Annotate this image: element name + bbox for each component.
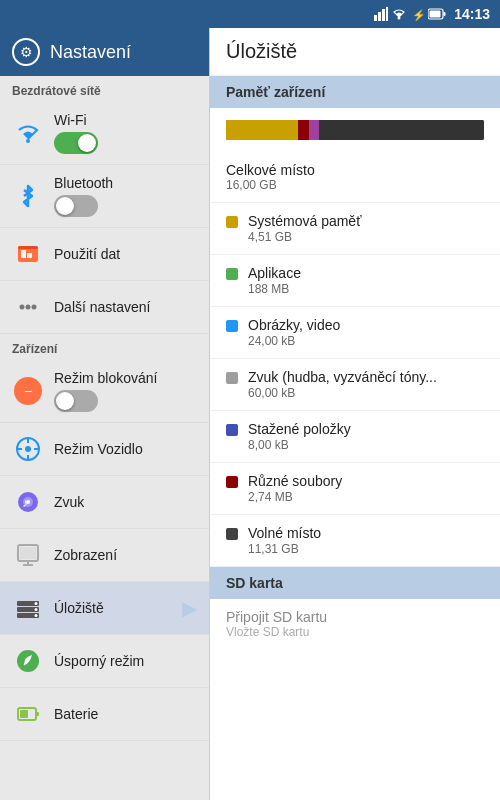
storage-size-system: 4,51 GB [248, 230, 484, 244]
sidebar-item-battery[interactable]: Baterie [0, 688, 209, 741]
total-space-item: Celkové místo 16,00 GB [210, 152, 500, 203]
storage-size-photos: 24,00 kB [248, 334, 484, 348]
svg-point-15 [26, 305, 31, 310]
more-settings-icon [12, 291, 44, 323]
storage-item-photos[interactable]: Obrázky, video 24,00 kB [210, 307, 500, 359]
sd-card-connect[interactable]: Připojit SD kartu Vložte SD kartu [210, 599, 500, 649]
signal-icon [374, 7, 388, 21]
storage-item-free[interactable]: Volné místo 11,31 GB [210, 515, 500, 567]
storage-item-system[interactable]: Systémová paměť 4,51 GB [210, 203, 500, 255]
storage-label: Úložiště [54, 600, 172, 616]
storage-bar-apps [298, 120, 308, 140]
storage-item-downloads[interactable]: Stažené položky 8,00 kB [210, 411, 500, 463]
svg-rect-0 [374, 15, 377, 21]
data-usage-icon [12, 238, 44, 270]
sd-card-header: SD karta [210, 567, 500, 599]
svg-rect-3 [386, 7, 388, 21]
sidebar-section-wireless: Bezdrátové sítě [0, 76, 209, 102]
sidebar-active-arrow: ▶ [182, 596, 197, 620]
sidebar-item-more-settings[interactable]: Další nastavení [0, 281, 209, 334]
status-icons: ⚡ [374, 7, 446, 21]
storage-name-misc: Různé soubory [248, 473, 484, 489]
wifi-toggle[interactable] [54, 132, 98, 154]
eco-content: Úsporný režim [54, 653, 197, 669]
data-usage-label: Použití dat [54, 246, 197, 262]
sd-insert-label: Vložte SD kartu [226, 625, 484, 639]
sidebar-item-driving-mode[interactable]: Režim Vozidlo [0, 423, 209, 476]
storage-info-audio: Zvuk (hudba, vyzváněcí tóny... 60,00 kB [248, 369, 484, 400]
svg-point-4 [398, 17, 401, 20]
storage-item-misc[interactable]: Různé soubory 2,74 MB [210, 463, 500, 515]
block-mode-content: Režim blokování [54, 370, 197, 412]
storage-item-audio[interactable]: Zvuk (hudba, vyzváněcí tóny... 60,00 kB [210, 359, 500, 411]
storage-name-free: Volné místo [248, 525, 484, 541]
svg-text:♪: ♪ [22, 496, 28, 510]
storage-content: Úložiště [54, 600, 172, 616]
bluetooth-item-content: Bluetooth [54, 175, 197, 217]
storage-icon [12, 592, 44, 624]
storage-info-system: Systémová paměť 4,51 GB [248, 213, 484, 244]
sidebar-item-storage[interactable]: Úložiště ▶ [0, 582, 209, 635]
storage-name-photos: Obrázky, video [248, 317, 484, 333]
storage-name-audio: Zvuk (hudba, vyzváněcí tóny... [248, 369, 484, 385]
block-mode-label: Režim blokování [54, 370, 197, 386]
block-mode-toggle[interactable] [54, 390, 98, 412]
storage-item-apps[interactable]: Aplikace 188 MB [210, 255, 500, 307]
wifi-toggle-knob [78, 134, 96, 152]
sidebar-item-display[interactable]: Zobrazení [0, 529, 209, 582]
block-mode-toggle-area [54, 390, 197, 412]
storage-dot-free [226, 528, 238, 540]
storage-name-downloads: Stažené položky [248, 421, 484, 437]
sidebar-item-bluetooth[interactable]: Bluetooth [0, 165, 209, 228]
wifi-label: Wi-Fi [54, 112, 197, 128]
svg-point-16 [32, 305, 37, 310]
total-space-value: 16,00 GB [226, 178, 484, 192]
battery-status-icon [428, 8, 446, 20]
bluetooth-toggle[interactable] [54, 195, 98, 217]
more-settings-label: Další nastavení [54, 299, 197, 315]
storage-info-photos: Obrázky, video 24,00 kB [248, 317, 484, 348]
eco-label: Úsporný režim [54, 653, 197, 669]
wifi-status-icon [392, 7, 406, 21]
storage-info-apps: Aplikace 188 MB [248, 265, 484, 296]
storage-dot-misc [226, 476, 238, 488]
sidebar-item-eco[interactable]: Úsporný režim [0, 635, 209, 688]
display-label: Zobrazení [54, 547, 197, 563]
wifi-toggle-area [54, 132, 197, 154]
svg-point-14 [20, 305, 25, 310]
sidebar-item-block-mode[interactable]: − Režim blokování [0, 360, 209, 423]
bluetooth-icon [12, 180, 44, 212]
total-space-label: Celkové místo [226, 162, 484, 178]
battery-icon [12, 698, 44, 730]
bluetooth-toggle-knob [56, 197, 74, 215]
svg-rect-11 [21, 250, 26, 258]
display-content: Zobrazení [54, 547, 197, 563]
display-icon [12, 539, 44, 571]
storage-dot-audio [226, 372, 238, 384]
storage-info-misc: Různé soubory 2,74 MB [248, 473, 484, 504]
wifi-icon [12, 117, 44, 149]
storage-dot-downloads [226, 424, 238, 436]
storage-dot-system [226, 216, 238, 228]
status-bar: ⚡ 14:13 [0, 0, 500, 28]
more-settings-content: Další nastavení [54, 299, 197, 315]
status-time: 14:13 [454, 6, 490, 22]
svg-point-18 [25, 446, 31, 452]
driving-mode-content: Režim Vozidlo [54, 441, 197, 457]
sd-connect-label: Připojit SD kartu [226, 609, 484, 625]
driving-mode-label: Režim Vozidlo [54, 441, 197, 457]
device-memory-header: Paměť zařízení [210, 76, 500, 108]
svg-rect-40 [20, 710, 28, 718]
storage-bar-system [226, 120, 298, 140]
sound-icon: ♪ [12, 486, 44, 518]
svg-rect-30 [20, 547, 36, 559]
storage-size-free: 11,31 GB [248, 542, 484, 556]
sidebar-section-device: Zařízení [0, 334, 209, 360]
sidebar-item-wifi[interactable]: Wi-Fi [0, 102, 209, 165]
storage-info-free: Volné místo 11,31 GB [248, 525, 484, 556]
sidebar-item-data-usage[interactable]: Použití dat [0, 228, 209, 281]
sidebar-item-sound[interactable]: ♪ Zvuk [0, 476, 209, 529]
storage-name-system: Systémová paměť [248, 213, 484, 229]
svg-rect-13 [18, 246, 38, 249]
storage-name-apps: Aplikace [248, 265, 484, 281]
